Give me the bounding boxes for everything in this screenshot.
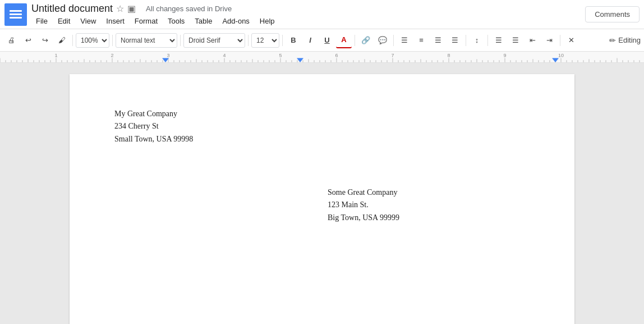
menu-view[interactable]: View: [76, 16, 100, 26]
menu-table[interactable]: Table: [190, 16, 217, 26]
paint-format-button[interactable]: 🖌: [54, 33, 70, 48]
recipient-line3: Big Town, USA 99999: [328, 212, 399, 224]
menu-help[interactable]: Help: [255, 16, 279, 26]
doc-title-row: Untitled document ☆ ▣ All changes saved …: [31, 3, 585, 15]
font-select[interactable]: Droid Serif: [183, 33, 245, 48]
star-icon[interactable]: ☆: [116, 3, 124, 14]
doc-title[interactable]: Untitled document: [31, 3, 113, 15]
menu-format[interactable]: Format: [130, 16, 162, 26]
separator-9: [487, 35, 488, 46]
editing-area: ✏ Editing: [609, 36, 641, 45]
separator-1: [72, 35, 73, 46]
underline-button[interactable]: U: [319, 33, 335, 48]
menu-edit[interactable]: Edit: [53, 16, 75, 26]
size-select[interactable]: 12: [251, 33, 279, 48]
zoom-select[interactable]: 100%: [76, 33, 109, 48]
sender-line2: 234 Cherry St: [114, 120, 530, 133]
separator-10: [560, 35, 560, 46]
style-select[interactable]: Normal text: [116, 33, 177, 48]
separator-5: [282, 35, 283, 46]
separator-7: [393, 35, 394, 46]
sender-address: My Great Company 234 Cherry St Small Tow…: [114, 108, 530, 145]
recipient-address: Some Great Company 123 Main St. Big Town…: [328, 186, 399, 224]
align-right-button[interactable]: ☰: [430, 33, 446, 48]
editing-label[interactable]: Editing: [618, 36, 641, 44]
justify-button[interactable]: ☰: [447, 33, 463, 48]
toolbar: 🖨 ↩ ↪ 🖌 100% Normal text Droid Serif 12 …: [0, 29, 644, 52]
separator-8: [466, 35, 466, 46]
separator-2: [112, 35, 113, 46]
sender-line1: My Great Company: [114, 108, 530, 120]
menu-addons[interactable]: Add-ons: [218, 16, 254, 26]
menu-bar: File Edit View Insert Format Tools Table…: [31, 16, 585, 26]
align-left-button[interactable]: ☰: [397, 33, 412, 48]
menu-file[interactable]: File: [31, 16, 52, 26]
align-center-button[interactable]: ≡: [413, 33, 429, 48]
pencil-icon: ✏: [609, 36, 616, 45]
line-spacing-button[interactable]: ↕: [469, 33, 485, 48]
ruler-canvas: [0, 52, 644, 62]
menu-insert[interactable]: Insert: [102, 16, 129, 26]
save-status: All changes saved in Drive: [146, 4, 232, 13]
link-button[interactable]: 🔗: [358, 33, 374, 48]
doc-area[interactable]: My Great Company 234 Cherry St Small Tow…: [0, 63, 644, 324]
italic-button[interactable]: I: [302, 33, 318, 48]
increase-indent-button[interactable]: ⇥: [541, 33, 557, 48]
numbered-list-button[interactable]: ☰: [508, 33, 523, 48]
print-button[interactable]: 🖨: [3, 33, 19, 48]
clear-format-button[interactable]: ✕: [563, 33, 579, 48]
comments-button[interactable]: Comments: [585, 6, 640, 22]
menu-tools[interactable]: Tools: [163, 16, 189, 26]
sender-line3: Small Town, USA 99998: [114, 133, 530, 145]
page[interactable]: My Great Company 234 Cherry St Small Tow…: [70, 74, 574, 324]
decrease-indent-button[interactable]: ⇤: [525, 33, 540, 48]
comment-button[interactable]: 💬: [375, 33, 390, 48]
undo-button[interactable]: ↩: [20, 33, 36, 48]
font-color-button[interactable]: A: [336, 33, 352, 48]
recipient-line2: 123 Main St.: [328, 199, 399, 211]
bullet-list-button[interactable]: ☰: [491, 33, 507, 48]
doc-title-area: Untitled document ☆ ▣ All changes saved …: [31, 3, 585, 26]
separator-3: [180, 35, 181, 46]
ruler: [0, 52, 644, 63]
bold-button[interactable]: B: [286, 33, 301, 48]
app-icon: [4, 3, 27, 26]
folder-icon[interactable]: ▣: [127, 3, 136, 14]
recipient-line1: Some Great Company: [328, 186, 399, 199]
separator-6: [355, 35, 355, 46]
redo-button[interactable]: ↪: [37, 33, 53, 48]
title-bar: Untitled document ☆ ▣ All changes saved …: [0, 0, 644, 29]
separator-4: [248, 35, 249, 46]
